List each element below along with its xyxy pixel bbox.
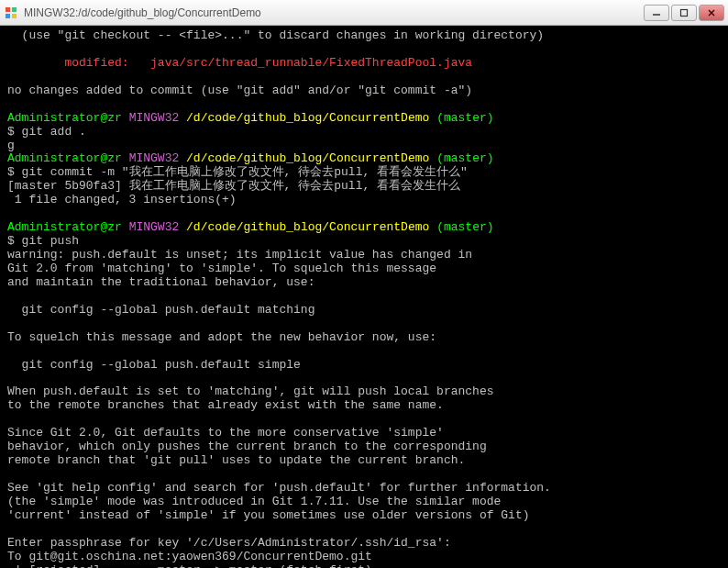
minimize-button[interactable] <box>644 5 669 21</box>
svg-rect-0 <box>6 7 10 12</box>
prompt-branch: (master) <box>436 220 493 234</box>
prompt-userhost: Administrator@zr <box>7 151 122 165</box>
close-button[interactable] <box>699 5 724 21</box>
output-line: (use "git checkout -- <file>..." to disc… <box>7 28 544 42</box>
output-line: g <box>7 139 15 152</box>
command-line: $ git commit -m "我在工作电脑上修改了改文件, 待会去pull,… <box>7 165 468 179</box>
svg-rect-5 <box>681 9 688 16</box>
output-line: Enter passphrase for key '/c/Users/Admin… <box>7 536 451 550</box>
window-buttons <box>644 5 724 21</box>
output-line: When push.default is set to 'matching', … <box>7 384 494 398</box>
svg-rect-1 <box>12 7 17 12</box>
prompt-shell: MINGW32 <box>129 111 180 125</box>
output-line: To squelch this message and adopt the ne… <box>7 330 436 344</box>
prompt-shell: MINGW32 <box>129 220 180 234</box>
output-line: [master 5b90fa3] 我在工作电脑上修改了改文件, 待会去pull,… <box>7 179 460 193</box>
app-icon <box>4 6 18 20</box>
output-line: warning: push.default is unset; its impl… <box>7 248 472 262</box>
prompt-branch: (master) <box>436 151 493 165</box>
svg-rect-3 <box>12 14 17 18</box>
svg-rect-2 <box>6 14 10 18</box>
command-line: $ git push <box>7 234 79 248</box>
output-line: to the remote branches that already exis… <box>7 398 444 412</box>
output-line: and maintain the traditional behavior, u… <box>7 275 314 289</box>
output-line: 'current' instead of 'simple' if you som… <box>7 508 530 522</box>
prompt-userhost: Administrator@zr <box>7 220 122 234</box>
output-line: To git@git.oschina.net:yaowen369/Concurr… <box>7 550 372 563</box>
prompt-shell: MINGW32 <box>129 151 180 165</box>
window-titlebar: MINGW32:/d/code/github_blog/ConcurrentDe… <box>0 0 728 26</box>
terminal-body[interactable]: (use "git checkout -- <file>..." to disc… <box>0 26 728 568</box>
output-line: behavior, which only pushes the current … <box>7 440 487 453</box>
maximize-button[interactable] <box>671 5 697 21</box>
output-line: Since Git 2.0, Git defaults to the more … <box>7 426 444 440</box>
output-line: no changes added to commit (use "git add… <box>7 84 472 97</box>
prompt-branch: (master) <box>436 111 493 125</box>
prompt-path: /d/code/github_blog/ConcurrentDemo <box>186 220 429 234</box>
prompt-userhost: Administrator@zr <box>7 111 122 125</box>
output-line: See 'git help config' and search for 'pu… <box>7 481 551 495</box>
command-line: $ git add . <box>7 125 86 139</box>
output-line: modified: java/src/thread_runnable/Fixed… <box>7 56 472 70</box>
prompt-path: /d/code/github_blog/ConcurrentDemo <box>186 111 429 125</box>
output-line: 1 file changed, 3 insertions(+) <box>7 193 237 206</box>
output-line: ! [rejected] master -> master (fetch fir… <box>7 563 372 568</box>
output-line: Git 2.0 from 'matching' to 'simple'. To … <box>7 262 436 275</box>
output-line: git config --global push.default matchin… <box>7 303 314 317</box>
output-line: git config --global push.default simple <box>7 358 301 372</box>
prompt-path: /d/code/github_blog/ConcurrentDemo <box>186 151 429 165</box>
output-line: (the 'simple' mode was introduced in Git… <box>7 495 501 508</box>
output-line: remote branch that 'git pull' uses to up… <box>7 453 465 467</box>
window-title: MINGW32:/d/code/github_blog/ConcurrentDe… <box>24 6 644 19</box>
